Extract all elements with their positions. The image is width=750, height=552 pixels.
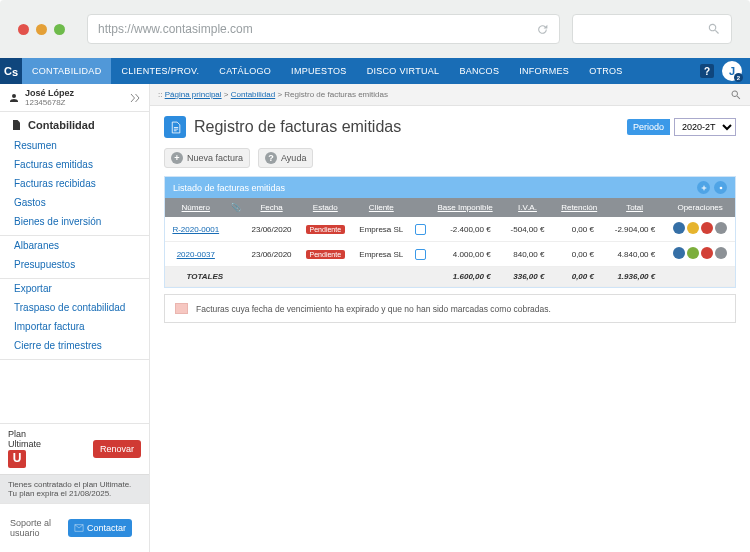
cell-ret: 0,00 €	[554, 217, 604, 242]
col-base[interactable]: Base Imponible	[430, 198, 501, 217]
nav-informes[interactable]: INFORMES	[509, 58, 579, 84]
chart-icon[interactable]	[415, 224, 426, 235]
sidebar-item[interactable]: Bienes de inversión	[0, 212, 149, 231]
cell-iva: -504,00 €	[501, 217, 555, 242]
sidebar-item[interactable]: Exportar	[0, 279, 149, 298]
user-id: 12345678Z	[25, 98, 74, 107]
collapse-sidebar-icon[interactable]	[129, 92, 141, 104]
close-window-icon[interactable]	[18, 24, 29, 35]
nav-contabilidad[interactable]: CONTABILIDAD	[22, 58, 111, 84]
col-attach[interactable]: 📎	[227, 198, 245, 217]
op-icon[interactable]	[687, 222, 699, 234]
op-icon[interactable]	[687, 247, 699, 259]
sidebar-item[interactable]: Cierre de trimestres	[0, 336, 149, 355]
svg-point-0	[719, 186, 722, 189]
op-icon[interactable]	[701, 222, 713, 234]
cell-cliente: Empresa SL	[352, 217, 411, 242]
user-info[interactable]: José López 12345678Z	[0, 84, 149, 112]
col-numero[interactable]: Número	[165, 198, 227, 217]
period-selector: Periodo 2020-2T	[627, 118, 736, 136]
new-invoice-button[interactable]: +Nueva factura	[164, 148, 250, 168]
cell-iva: 840,00 €	[501, 242, 555, 267]
nav-impuestos[interactable]: IMPUESTOS	[281, 58, 357, 84]
cell-fecha: 23/06/2020	[245, 217, 299, 242]
nav-clientes[interactable]: CLIENTES/PROV.	[111, 58, 209, 84]
op-icon[interactable]	[701, 247, 713, 259]
browser-search[interactable]	[572, 14, 732, 44]
search-icon[interactable]	[730, 89, 742, 101]
sidebar-item[interactable]: Importar factura	[0, 317, 149, 336]
renew-button[interactable]: Renovar	[93, 440, 141, 458]
chart-icon[interactable]	[415, 249, 426, 260]
invoice-link[interactable]: R-2020-0001	[172, 225, 219, 234]
nav-disco-virtual[interactable]: DISCO VIRTUAL	[357, 58, 450, 84]
support-box: Soporte al usuario Contactar	[0, 503, 149, 552]
cell-ret: 0,00 €	[554, 242, 604, 267]
col-ops: Operaciones	[665, 198, 735, 217]
status-badge: Pendiente	[306, 250, 346, 259]
sidebar-item[interactable]: Albaranes	[0, 236, 149, 255]
sidebar-item[interactable]: Presupuestos	[0, 255, 149, 274]
totals-iva: 336,00 €	[501, 267, 555, 287]
url-bar[interactable]: https://www.contasimple.com	[87, 14, 560, 44]
op-icon[interactable]	[673, 247, 685, 259]
cell-fecha: 23/06/2020	[245, 242, 299, 267]
page-icon	[164, 116, 186, 138]
contact-button[interactable]: Contactar	[68, 519, 132, 537]
cell-total: 4.840,00 €	[604, 242, 665, 267]
row-operations	[673, 222, 727, 234]
sidebar-item[interactable]: Facturas recibidas	[0, 174, 149, 193]
breadcrumb-home[interactable]: Página principal	[165, 90, 222, 99]
nav-otros[interactable]: OTROS	[579, 58, 633, 84]
plan-logo-icon: U	[8, 450, 26, 468]
nav-catalogo[interactable]: CATÁLOGO	[209, 58, 281, 84]
op-icon[interactable]	[715, 247, 727, 259]
reload-icon[interactable]	[536, 23, 549, 36]
col-iva[interactable]: I.V.A.	[501, 198, 555, 217]
table-row[interactable]: R-2020-0001 23/06/2020 Pendiente Empresa…	[165, 217, 735, 242]
user-name: José López	[25, 88, 74, 98]
help-button[interactable]: ?Ayuda	[258, 148, 313, 168]
col-total[interactable]: Total	[604, 198, 665, 217]
period-label: Periodo	[627, 119, 670, 135]
op-icon[interactable]	[715, 222, 727, 234]
sidebar-group-1: Resumen Facturas emitidas Facturas recib…	[0, 136, 149, 236]
sidebar-item[interactable]: Resumen	[0, 136, 149, 155]
period-select[interactable]: 2020-2T	[674, 118, 736, 136]
invoice-link[interactable]: 2020-0037	[177, 250, 215, 259]
row-operations	[673, 247, 727, 259]
sidebar-group-2: Albaranes Presupuestos	[0, 236, 149, 279]
panel-action-icon[interactable]	[697, 181, 710, 194]
panel-header: Listado de facturas emitidas	[165, 177, 735, 198]
legend-box: Facturas cuya fecha de vencimiento ha ex…	[164, 294, 736, 323]
search-icon	[707, 22, 721, 36]
maximize-window-icon[interactable]	[54, 24, 65, 35]
plan-name: Ultimate	[8, 440, 41, 450]
sidebar-group-3: Exportar Traspaso de contabilidad Import…	[0, 279, 149, 360]
op-icon[interactable]	[673, 222, 685, 234]
col-retencion[interactable]: Retención	[554, 198, 604, 217]
sidebar-section-title: Contabilidad	[0, 112, 149, 136]
breadcrumb-section[interactable]: Contabilidad	[231, 90, 275, 99]
user-avatar[interactable]: J2	[722, 61, 742, 81]
minimize-window-icon[interactable]	[36, 24, 47, 35]
nav-bancos[interactable]: BANCOS	[449, 58, 509, 84]
invoice-panel: Listado de facturas emitidas Número 📎 Fe…	[164, 176, 736, 288]
breadcrumb-bar: :: Página principal > Contabilidad > Reg…	[150, 84, 750, 106]
col-estado[interactable]: Estado	[299, 198, 352, 217]
col-cliente[interactable]: Cliente	[352, 198, 411, 217]
sidebar-item[interactable]: Gastos	[0, 193, 149, 212]
table-row[interactable]: 2020-0037 23/06/2020 Pendiente Empresa S…	[165, 242, 735, 267]
breadcrumb-current: Registro de facturas emitidas	[284, 90, 388, 99]
col-fecha[interactable]: Fecha	[245, 198, 299, 217]
sidebar-item[interactable]: Traspaso de contabilidad	[0, 298, 149, 317]
cell-base: 4.000,00 €	[430, 242, 501, 267]
brand-logo[interactable]: Cs	[0, 58, 22, 84]
legend-swatch	[175, 303, 188, 314]
col-chart[interactable]	[411, 198, 430, 217]
panel-action-icon[interactable]	[714, 181, 727, 194]
plan-message: Tienes contratado el plan Ultimate. Tu p…	[0, 474, 149, 503]
sidebar-item[interactable]: Facturas emitidas	[0, 155, 149, 174]
help-icon[interactable]: ?	[700, 64, 714, 78]
mail-icon	[74, 523, 84, 533]
